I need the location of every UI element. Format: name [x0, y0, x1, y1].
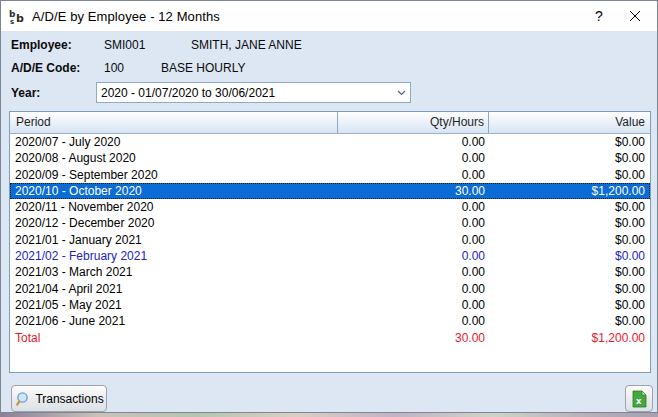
year-select[interactable]: 2020 - 01/07/2020 to 30/06/2021 [96, 82, 411, 103]
column-header-value[interactable]: Value [489, 112, 650, 133]
cell-period: 2021/03 - March 2021 [10, 264, 338, 280]
cell-qty: 0.00 [338, 232, 489, 248]
cell-value: $1,200.00 [489, 183, 650, 199]
cell-qty: 0.00 [338, 264, 489, 280]
help-button[interactable]: ? [581, 1, 617, 31]
table-row[interactable]: 2021/03 - March 20210.00$0.00 [10, 264, 650, 280]
table-row[interactable]: 2020/08 - August 20200.00$0.00 [10, 150, 650, 166]
svg-text:s: s [10, 18, 14, 25]
table-total-row: Total30.00$1,200.00 [10, 330, 650, 346]
cell-qty: 0.00 [338, 248, 489, 264]
close-button[interactable] [615, 1, 655, 31]
cell-value: $0.00 [489, 313, 650, 329]
table-row[interactable]: 2020/09 - September 20200.00$0.00 [10, 167, 650, 183]
cell-period: 2020/10 - October 2020 [10, 183, 338, 199]
cell-value: $0.00 [489, 150, 650, 166]
cell-period: 2020/07 - July 2020 [10, 134, 338, 150]
svg-text:b: b [16, 12, 24, 25]
excel-icon: x [632, 390, 647, 408]
cell-value: $0.00 [489, 281, 650, 297]
cell-period: 2020/08 - August 2020 [10, 150, 338, 166]
svg-text:x: x [636, 395, 642, 405]
table-row[interactable]: 2020/10 - October 202030.00$1,200.00 [10, 183, 650, 199]
window-title: A/D/E by Employee - 12 Months [32, 9, 220, 24]
periods-table: Period Qty/Hours Value 2020/07 - July 20… [9, 111, 651, 373]
close-icon [629, 10, 641, 22]
table-body: 2020/07 - July 20200.00$0.002020/08 - Au… [10, 134, 650, 346]
table-row[interactable]: 2020/12 - December 20200.00$0.00 [10, 215, 650, 231]
cell-period: 2021/05 - May 2021 [10, 297, 338, 313]
table-row[interactable]: 2021/02 - February 20210.00$0.00 [10, 248, 650, 264]
table-row[interactable]: 2020/07 - July 20200.00$0.00 [10, 134, 650, 150]
table-row[interactable]: 2020/11 - November 20200.00$0.00 [10, 199, 650, 215]
desktop-background-sliver [0, 413, 658, 417]
employee-name: SMITH, JANE ANNE [191, 38, 302, 52]
cell-qty: 30.00 [338, 330, 489, 346]
employee-code: SMI001 [104, 38, 145, 52]
cell-value: $0.00 [489, 264, 650, 280]
cell-qty: 0.00 [338, 199, 489, 215]
screenshot-stage: b s b A/D/E by Employee - 12 Months ? Em… [0, 0, 658, 417]
table-header: Period Qty/Hours Value [10, 112, 650, 134]
employee-label: Employee: [11, 38, 72, 52]
cell-value: $0.00 [489, 297, 650, 313]
cell-qty: 0.00 [338, 297, 489, 313]
cell-period: 2021/02 - February 2021 [10, 248, 338, 264]
cell-value: $0.00 [489, 248, 650, 264]
cell-value: $0.00 [489, 215, 650, 231]
title-bar: b s b A/D/E by Employee - 12 Months ? [1, 1, 657, 31]
cell-value: $0.00 [489, 199, 650, 215]
cell-value: $0.00 [489, 167, 650, 183]
table-row[interactable]: 2021/01 - January 20210.00$0.00 [10, 232, 650, 248]
year-label: Year: [11, 86, 40, 100]
chevron-down-icon [392, 90, 410, 96]
cell-period: 2021/01 - January 2021 [10, 232, 338, 248]
column-header-period[interactable]: Period [10, 112, 338, 133]
cell-period: 2020/12 - December 2020 [10, 215, 338, 231]
table-row[interactable]: 2021/05 - May 20210.00$0.00 [10, 297, 650, 313]
ade-code-label: A/D/E Code: [11, 61, 80, 75]
cell-qty: 0.00 [338, 134, 489, 150]
cell-period: 2021/04 - April 2021 [10, 281, 338, 297]
dialog-window: b s b A/D/E by Employee - 12 Months ? Em… [0, 0, 658, 413]
cell-qty: 0.00 [338, 281, 489, 297]
cell-qty: 0.00 [338, 167, 489, 183]
cell-qty: 0.00 [338, 313, 489, 329]
cell-period: 2021/06 - June 2021 [10, 313, 338, 329]
cell-value: $0.00 [489, 232, 650, 248]
ade-code-value: 100 [104, 61, 124, 75]
year-selected-value: 2020 - 01/07/2020 to 30/06/2021 [101, 86, 392, 100]
excel-export-button[interactable]: x [625, 385, 653, 412]
cell-qty: 30.00 [338, 183, 489, 199]
transactions-button[interactable]: Transactions [11, 385, 107, 412]
app-logo-icon: b s b [9, 8, 26, 25]
ade-code-description: BASE HOURLY [161, 61, 245, 75]
cell-value: $0.00 [489, 134, 650, 150]
cell-qty: 0.00 [338, 150, 489, 166]
magnifier-icon [14, 391, 30, 407]
table-row[interactable]: 2021/04 - April 20210.00$0.00 [10, 281, 650, 297]
transactions-button-label: Transactions [35, 392, 103, 406]
cell-qty: 0.00 [338, 215, 489, 231]
cell-value: $1,200.00 [489, 330, 650, 346]
table-row[interactable]: 2021/06 - June 20210.00$0.00 [10, 313, 650, 329]
cell-period: 2020/11 - November 2020 [10, 199, 338, 215]
column-header-qty-hours[interactable]: Qty/Hours [338, 112, 489, 133]
cell-period: 2020/09 - September 2020 [10, 167, 338, 183]
cell-period: Total [10, 330, 338, 346]
